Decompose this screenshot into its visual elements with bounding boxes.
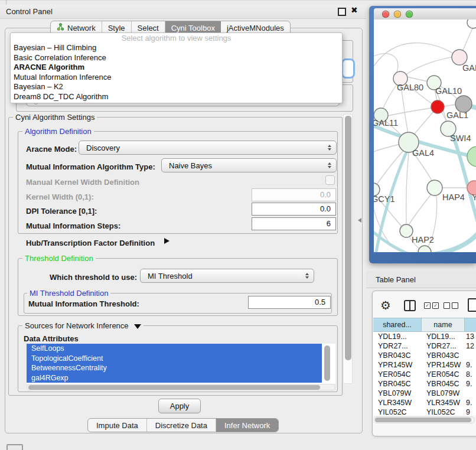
which-threshold-combo[interactable]: MI Threshold: [140, 269, 314, 283]
zoom-traffic-light-icon[interactable]: [406, 11, 413, 18]
combo-stepper-icon: [328, 162, 331, 168]
attributes-hscroll-thumb[interactable]: [28, 385, 320, 390]
bottom-corner-panel-icon[interactable]: [6, 444, 23, 450]
cell-name[interactable]: YLR345W: [422, 398, 465, 407]
tab-infer-network[interactable]: Infer Network: [216, 419, 278, 432]
cell-shared-name[interactable]: YDL19...: [373, 332, 422, 341]
tab-style-label: Style: [108, 24, 125, 32]
tab-discretize-data[interactable]: Discretize Data: [147, 419, 216, 432]
cell-shared-name[interactable]: YBR043C: [373, 351, 422, 360]
dropdown-item-bayesian-hill-climbing[interactable]: Bayesian – Hill Climbing: [11, 43, 342, 53]
node-hap4[interactable]: [427, 180, 442, 195]
cell-shared-name[interactable]: YDR27...: [373, 341, 422, 351]
cell-value[interactable]: 8.: [465, 370, 476, 379]
list-item-selfloops[interactable]: SelfLoops: [27, 344, 322, 354]
cell-shared-name[interactable]: YBL079W: [373, 389, 422, 398]
select-all-icon[interactable]: ✓ ✓: [424, 302, 439, 309]
cell-shared-name[interactable]: YPR145W: [373, 360, 422, 370]
cyni-bottom-tabbar: Impute Data Discretize Data Infer Networ…: [87, 418, 279, 432]
dropdown-item-dream8[interactable]: Dream8 DC_TDC Algorithm: [11, 92, 342, 102]
mi-type-combo[interactable]: Naive Bayes: [161, 158, 337, 172]
list-item-topologicalcoefficient[interactable]: TopologicalCoefficient: [27, 354, 322, 364]
apply-button[interactable]: Apply: [158, 399, 201, 413]
settings-scrollbar-thumb[interactable]: [345, 116, 351, 360]
table-row[interactable]: YBL079W YBL079W: [373, 389, 476, 398]
table-row[interactable]: YBR043C YBR043C: [373, 351, 476, 360]
tab-impute-data[interactable]: Impute Data: [88, 419, 147, 432]
column-header-shared-name[interactable]: shared...: [373, 318, 422, 332]
cell-value[interactable]: 9.: [465, 360, 476, 370]
cell-value[interactable]: [465, 351, 476, 360]
column-header-clipped[interactable]: [465, 318, 476, 332]
dpi-tolerance-input[interactable]: 0.0: [252, 203, 336, 216]
node-right-green[interactable]: [467, 146, 476, 167]
checked-box-icon: ✓: [424, 302, 431, 309]
cell-value[interactable]: 9: [465, 407, 476, 415]
float-panel-icon[interactable]: [338, 8, 346, 16]
table-row[interactable]: YDR27... YDR27... 12: [373, 341, 476, 351]
dropdown-item-mutual-information[interactable]: Mutual Information Inference: [11, 73, 342, 83]
node-bottom[interactable]: [418, 246, 431, 252]
deselect-all-icon[interactable]: [444, 302, 458, 309]
node-label: GAL4: [412, 148, 434, 158]
cell-value[interactable]: 9.: [465, 379, 476, 389]
mi-steps-input[interactable]: 6: [252, 217, 336, 230]
node-label: GAL11: [374, 118, 398, 128]
cell-name[interactable]: YIL052C: [422, 407, 465, 415]
cell-shared-name[interactable]: YER054C: [373, 370, 422, 379]
hub-definition-header[interactable]: Hub/Transcription Factor Definition: [26, 239, 155, 247]
network-window-titlebar[interactable]: [374, 8, 476, 19]
new-table-icon[interactable]: [468, 298, 476, 312]
table-row[interactable]: YDL19... YDL19... 13: [373, 332, 476, 341]
list-item-betweennesscentrality[interactable]: BetweennessCentrality: [27, 363, 322, 373]
mi-type-value: Naive Bayes: [169, 161, 212, 170]
cell-name[interactable]: YDL19...: [422, 332, 465, 341]
list-item-gal4rgexp[interactable]: gal4RGexp: [27, 373, 322, 383]
cell-shared-name[interactable]: YBR045C: [373, 379, 422, 389]
table-row[interactable]: YLR345W YLR345W 9.: [373, 398, 476, 407]
cell-name[interactable]: YPR145W: [422, 360, 465, 370]
cell-name[interactable]: YER054C: [422, 370, 465, 379]
close-traffic-light-icon[interactable]: [382, 11, 389, 18]
network-icon: [57, 23, 64, 32]
dropdown-item-basic-correlation[interactable]: Basic Correlation Inference: [11, 53, 342, 63]
column-header-name[interactable]: name: [422, 318, 465, 332]
collapse-arrow-icon[interactable]: [134, 324, 141, 329]
aracne-mode-combo[interactable]: Discovery: [79, 141, 337, 155]
table-row[interactable]: YBR045C YBR045C 9.: [373, 379, 476, 389]
table-row[interactable]: YPR145W YPR145W 9.: [373, 360, 476, 370]
cell-name[interactable]: YBL079W: [422, 389, 465, 398]
gear-icon[interactable]: ⚙: [380, 298, 391, 312]
minimize-traffic-light-icon[interactable]: [394, 11, 401, 18]
sources-group-title[interactable]: Sources for Network Inference: [22, 321, 144, 330]
which-threshold-value: MI Threshold: [148, 272, 193, 281]
attributes-scrollbar-thumb[interactable]: [324, 345, 330, 381]
cell-name[interactable]: YBR043C: [422, 351, 465, 360]
cell-shared-name[interactable]: YLR345W: [373, 398, 422, 407]
cell-name[interactable]: YDR27...: [422, 341, 465, 351]
cell-value[interactable]: [465, 389, 476, 398]
tab-cyni-toolbox-label: Cyni Toolbox: [171, 24, 215, 32]
table-hscroll-thumb[interactable]: [375, 418, 471, 422]
table-row[interactable]: YIL052C YIL052C 9: [373, 407, 476, 415]
sources-title-text: Sources for Network Inference: [25, 321, 129, 330]
table-row[interactable]: YER054C YER054C 8.: [373, 370, 476, 379]
cell-value[interactable]: 9.: [465, 398, 476, 407]
expand-arrow-icon[interactable]: [164, 238, 169, 244]
cell-value[interactable]: 13: [465, 332, 476, 341]
split-pane-grip[interactable]: [358, 218, 361, 223]
node-gal1[interactable]: [431, 100, 444, 113]
node-hap2[interactable]: [400, 224, 413, 237]
columns-icon[interactable]: [404, 300, 416, 311]
dropdown-item-aracne[interactable]: ARACNE Algorithm: [11, 63, 342, 73]
mi-threshold-input[interactable]: 0.5: [248, 296, 331, 309]
cell-shared-name[interactable]: YIL052C: [373, 407, 422, 415]
dropdown-item-bayesian-k2[interactable]: Bayesian – K2: [11, 82, 342, 92]
unchecked-box-icon: [452, 302, 458, 309]
close-panel-icon[interactable]: ✖: [351, 5, 358, 15]
network-canvas[interactable]: GAL GAL80 GAL10 GAL1 GAL11 SWI4 GAL4 GCY…: [374, 19, 476, 252]
cell-name[interactable]: YBR045C: [422, 379, 465, 389]
cell-value[interactable]: 12: [465, 341, 476, 351]
node[interactable]: [467, 19, 476, 28]
node-gray[interactable]: [455, 96, 472, 112]
